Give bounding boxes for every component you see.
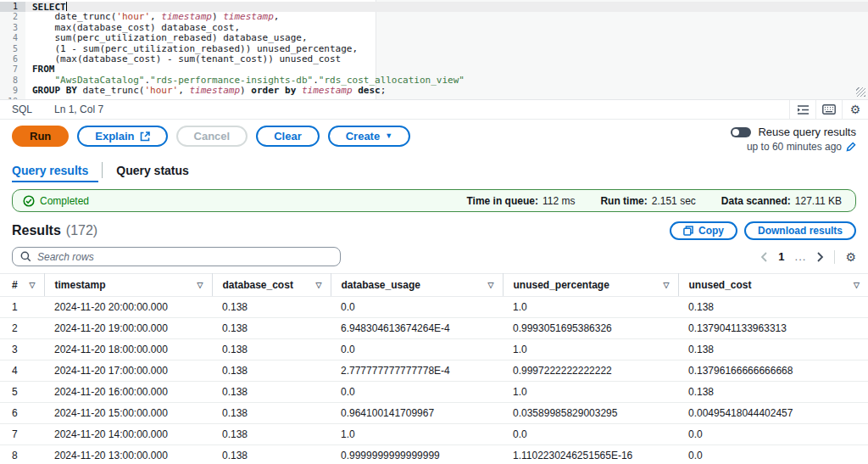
format-sql-button[interactable] <box>789 100 815 119</box>
editor-mode-label: SQL <box>12 103 32 115</box>
code-line[interactable]: 6 (max(database_cost) - sum(tenant_cost)… <box>0 54 868 64</box>
reuse-results-toggle[interactable] <box>731 127 751 137</box>
tab-query-results[interactable]: Query results <box>12 158 98 182</box>
table-row[interactable]: 82024-11-20 13:00:00.0000.1380.999999999… <box>0 445 868 464</box>
chevron-left-icon[interactable] <box>760 252 768 262</box>
run-button[interactable]: Run <box>12 126 69 147</box>
results-tabs: Query results Query status <box>0 158 868 182</box>
chevron-down-icon: ▼ <box>385 132 392 140</box>
table-cell: 1.0 <box>503 382 678 403</box>
search-icon <box>20 251 31 262</box>
reuse-results-label: Reuse query results <box>758 126 856 138</box>
table-cell: 0.138 <box>212 318 331 339</box>
keyboard-shortcuts-button[interactable] <box>815 100 842 119</box>
chevron-right-icon[interactable] <box>816 252 824 262</box>
column-filter-icon[interactable]: ▽ <box>487 281 496 289</box>
copy-icon <box>683 226 693 236</box>
edit-pencil-icon[interactable] <box>846 142 856 152</box>
table-cell: 2 <box>0 318 44 339</box>
column-header-database_usage: database_usage▽ <box>331 274 503 297</box>
download-results-button[interactable]: Download results <box>744 221 856 240</box>
table-row[interactable]: 12024-11-20 20:00:00.0000.1380.01.00.138 <box>0 297 868 318</box>
table-cell: 0.0 <box>331 297 503 318</box>
text-cursor <box>66 2 68 11</box>
code-text: (max(database_cost) - sum(tenant_cost)) … <box>25 54 341 64</box>
table-cell: 1.0 <box>331 424 503 445</box>
editor-settings-button[interactable]: ⚙ <box>842 100 868 119</box>
table-cell: 2024-11-20 17:00:00.000 <box>44 361 212 382</box>
cancel-button[interactable]: Cancel <box>176 126 248 147</box>
page-number-current[interactable]: 1 <box>778 250 784 263</box>
table-cell: 8 <box>0 445 44 464</box>
column-filter-icon[interactable]: ▽ <box>852 281 861 289</box>
line-number: 7 <box>0 64 25 75</box>
code-text: GROUP BY date_trunc('hour', timestamp) o… <box>25 86 386 96</box>
column-label: timestamp <box>55 279 106 291</box>
code-line[interactable]: 10 <box>0 97 868 100</box>
table-cell: 0.138 <box>212 339 331 361</box>
editor-resize-handle[interactable] <box>856 87 865 97</box>
clear-button[interactable]: Clear <box>256 126 320 147</box>
column-header-row-number: #▽ <box>0 274 44 297</box>
explain-button-label: Explain <box>95 130 134 143</box>
table-row[interactable]: 62024-11-20 15:00:00.0000.1380.964100141… <box>0 403 868 424</box>
line-number: 5 <box>0 44 25 54</box>
table-row[interactable]: 32024-11-20 18:00:00.0000.1380.01.00.138 <box>0 339 868 361</box>
gear-icon: ⚙ <box>850 103 861 115</box>
column-filter-icon[interactable]: ▽ <box>662 281 671 289</box>
sql-editor[interactable]: 1SELECT2 date_trunc('hour', timestamp) t… <box>0 0 868 100</box>
table-cell: 0.0 <box>678 424 868 445</box>
table-row[interactable]: 42024-11-20 17:00:00.0000.1382.777777777… <box>0 361 868 382</box>
results-controls: 1 ... ⚙ <box>12 247 856 266</box>
table-cell: 0.0 <box>331 382 503 403</box>
column-header-database_cost: database_cost▽ <box>212 274 331 297</box>
table-row[interactable]: 72024-11-20 14:00:00.0000.1381.00.00.0 <box>0 424 868 445</box>
table-row[interactable]: 52024-11-20 16:00:00.0000.1380.01.00.138 <box>0 382 868 403</box>
line-number: 3 <box>0 23 25 33</box>
tab-query-status-label: Query status <box>116 164 189 177</box>
results-preferences-button[interactable]: ⚙ <box>845 251 856 263</box>
tab-divider <box>102 162 103 178</box>
search-rows-input[interactable] <box>37 251 332 263</box>
results-table: #▽timestamp▽database_cost▽database_usage… <box>0 273 868 464</box>
data-scanned-stat: Data scanned:127.11 KB <box>721 195 842 207</box>
copy-button[interactable]: Copy <box>670 221 737 240</box>
column-header-unused_percentage: unused_percentage▽ <box>503 274 678 297</box>
column-filter-icon[interactable]: ▽ <box>314 281 324 289</box>
table-cell: 0.03589985829003295 <box>503 403 678 424</box>
table-cell: 2024-11-20 13:00:00.000 <box>44 445 212 464</box>
table-cell: 0.1379041133963313 <box>678 318 868 339</box>
table-cell: 0.0 <box>503 424 678 445</box>
code-line[interactable]: 9GROUP BY date_trunc('hour', timestamp) … <box>0 86 868 96</box>
table-cell: 0.0 <box>331 339 503 361</box>
line-number: 6 <box>0 54 25 64</box>
table-cell: 2024-11-20 19:00:00.000 <box>44 318 212 339</box>
column-label: database_usage <box>342 279 420 291</box>
table-cell: 0.138 <box>678 339 868 361</box>
external-link-icon <box>140 131 150 142</box>
table-cell: 1 <box>0 297 44 318</box>
table-cell: 0.00495418044402457 <box>678 403 868 424</box>
table-row[interactable]: 22024-11-20 19:00:00.0000.1386.948304613… <box>0 318 868 339</box>
line-number: 4 <box>0 33 25 43</box>
explain-button[interactable]: Explain <box>77 126 167 147</box>
sql-code-lines[interactable]: 1SELECT2 date_trunc('hour', timestamp) t… <box>0 0 868 100</box>
format-sql-icon <box>797 104 810 115</box>
run-time-stat: Run time:2.151 sec <box>600 195 695 207</box>
column-filter-icon[interactable]: ▽ <box>28 281 37 289</box>
table-cell: 0.9999999999999999 <box>331 445 503 464</box>
table-cell: 1.0 <box>503 297 678 318</box>
search-rows-box[interactable] <box>12 247 341 266</box>
table-cell: 0.9997222222222222 <box>503 361 678 382</box>
status-badge: Completed <box>40 195 89 207</box>
query-status-banner: Completed Time in queue:112 ms Run time:… <box>12 189 856 212</box>
create-dropdown-button[interactable]: Create ▼ <box>328 126 410 147</box>
line-number: 8 <box>0 75 25 86</box>
tab-query-status[interactable]: Query status <box>106 158 199 182</box>
table-cell: 0.964100141709967 <box>331 403 503 424</box>
table-cell: 6.948304613674264E-4 <box>331 318 503 339</box>
pagination-divider <box>834 250 835 264</box>
column-filter-icon[interactable]: ▽ <box>196 281 205 289</box>
run-button-label: Run <box>30 130 51 143</box>
table-cell: 0.138 <box>212 424 331 445</box>
